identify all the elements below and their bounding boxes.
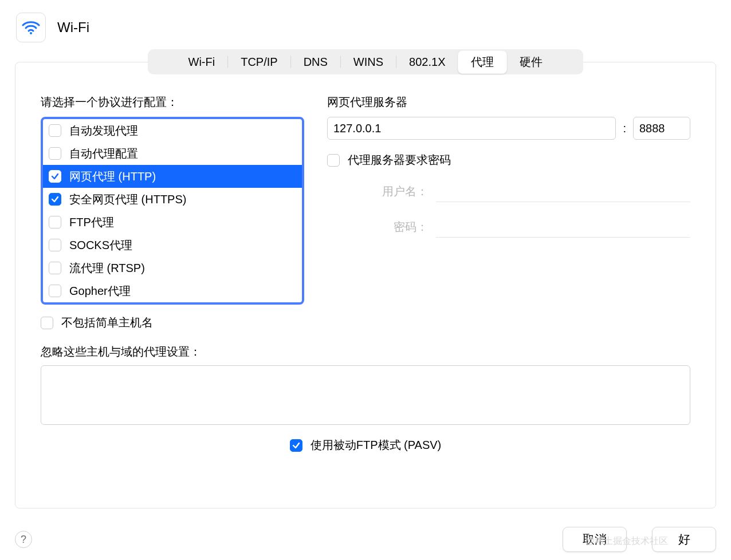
window-title: Wi-Fi [57, 19, 89, 36]
protocol-row[interactable]: 自动发现代理 [43, 119, 302, 142]
protocol-checkbox[interactable] [49, 147, 61, 160]
tab-bar: Wi-FiTCP/IPDNSWINS802.1X代理硬件 [148, 49, 583, 74]
wifi-icon [16, 13, 46, 42]
exclude-simple-label: 不包括简单主机名 [61, 315, 153, 330]
protocol-row[interactable]: 网页代理 (HTTP) [43, 165, 302, 188]
tab-dns[interactable]: DNS [291, 52, 340, 72]
exclude-simple-checkbox[interactable] [41, 317, 53, 329]
proxy-port-input[interactable] [633, 117, 690, 140]
protocol-row[interactable]: Gopher代理 [43, 279, 302, 302]
ok-button[interactable]: 好 [652, 527, 716, 552]
protocol-label: 流代理 (RTSP) [69, 261, 145, 276]
protocol-select-label: 请选择一个协议进行配置： [41, 94, 304, 110]
protocol-row[interactable]: 自动代理配置 [43, 142, 302, 165]
cancel-button[interactable]: 取消 [563, 527, 627, 552]
protocol-list[interactable]: 自动发现代理自动代理配置网页代理 (HTTP)安全网页代理 (HTTPS)FTP… [41, 117, 304, 305]
bypass-label: 忽略这些主机与域的代理设置： [41, 344, 690, 360]
protocol-label: FTP代理 [69, 215, 114, 230]
protocol-label: Gopher代理 [69, 283, 131, 299]
protocol-row[interactable]: 安全网页代理 (HTTPS) [43, 188, 302, 211]
protocol-checkbox[interactable] [49, 170, 61, 183]
tab-[interactable]: 代理 [458, 50, 507, 74]
protocol-label: 自动发现代理 [69, 123, 138, 139]
protocol-checkbox[interactable] [49, 285, 61, 297]
tab-[interactable]: 硬件 [507, 51, 555, 73]
protocol-label: SOCKS代理 [69, 238, 132, 253]
protocol-row[interactable]: SOCKS代理 [43, 234, 302, 257]
server-label: 网页代理服务器 [327, 94, 690, 110]
proxy-panel: 请选择一个协议进行配置： 自动发现代理自动代理配置网页代理 (HTTP)安全网页… [15, 62, 716, 508]
password-input [436, 216, 690, 238]
protocol-checkbox[interactable] [49, 193, 61, 206]
protocol-label: 网页代理 (HTTP) [69, 169, 156, 184]
tab-8021x[interactable]: 802.1X [396, 52, 458, 72]
pasv-label: 使用被动FTP模式 (PASV) [311, 437, 442, 453]
tab-wifi[interactable]: Wi-Fi [176, 52, 228, 72]
password-label: 密码： [333, 219, 436, 235]
pasv-checkbox[interactable] [290, 439, 302, 452]
protocol-checkbox[interactable] [49, 262, 61, 274]
protocol-label: 安全网页代理 (HTTPS) [69, 192, 186, 207]
protocol-label: 自动代理配置 [69, 146, 138, 161]
tab-wins[interactable]: WINS [341, 52, 396, 72]
protocol-checkbox[interactable] [49, 239, 61, 251]
protocol-checkbox[interactable] [49, 216, 61, 228]
proxy-host-input[interactable] [327, 117, 616, 140]
username-input [436, 180, 690, 202]
protocol-row[interactable]: 流代理 (RTSP) [43, 257, 302, 279]
help-button[interactable]: ? [15, 531, 32, 548]
username-label: 用户名： [333, 184, 436, 199]
tab-tcpip[interactable]: TCP/IP [228, 52, 290, 72]
host-port-colon: : [623, 122, 626, 135]
svg-point-0 [30, 32, 32, 34]
auth-required-checkbox[interactable] [327, 154, 340, 167]
protocol-checkbox[interactable] [49, 124, 61, 137]
bypass-textarea[interactable] [41, 365, 690, 425]
auth-required-label: 代理服务器要求密码 [348, 152, 451, 168]
protocol-row[interactable]: FTP代理 [43, 211, 302, 234]
